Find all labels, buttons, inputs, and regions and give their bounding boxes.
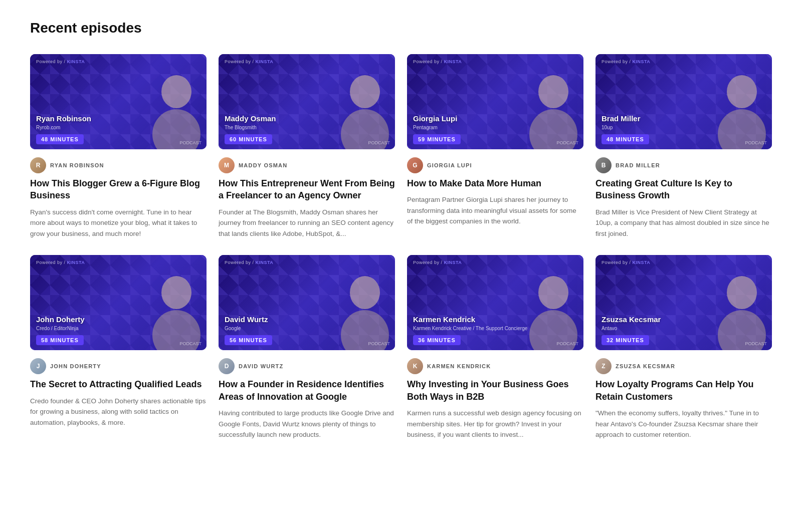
episode-card-david-wurtz[interactable]: Powered by / KINSTA David Wurtz Google 5… bbox=[219, 255, 395, 440]
thumbnail-photo bbox=[330, 262, 395, 350]
thumbnail-person-name: John Doherty bbox=[36, 315, 85, 324]
podcast-label: PODCAST bbox=[179, 341, 202, 346]
author-name: GIORGIA LUPI bbox=[427, 162, 472, 168]
podcast-label: PODCAST bbox=[368, 140, 390, 145]
author-avatar: J bbox=[30, 358, 46, 374]
author-avatar: R bbox=[30, 157, 46, 173]
thumbnail-person-sub: Credo / EditorNinja bbox=[36, 326, 78, 331]
episode-card-john-doherty[interactable]: Powered by / KINSTA John Doherty Credo /… bbox=[30, 255, 207, 440]
episode-author: K KARMEN KENDRICK bbox=[407, 358, 583, 374]
powered-by: Powered by / KINSTA bbox=[36, 260, 85, 265]
svg-point-2 bbox=[350, 75, 380, 108]
episode-author: D DAVID WURTZ bbox=[219, 358, 395, 374]
thumbnail-person-sub: 10up bbox=[602, 125, 613, 130]
podcast-label: PODCAST bbox=[745, 140, 767, 145]
episode-thumbnail: Powered by / KINSTA Zsuzsa Kecsmar Antav… bbox=[595, 255, 772, 350]
episode-title[interactable]: How This Blogger Grew a 6-Figure Blog Bu… bbox=[30, 177, 207, 202]
episode-title[interactable]: How to Make Data More Human bbox=[407, 177, 583, 189]
author-name: BRAD MILLER bbox=[616, 162, 660, 168]
thumbnail-person-sub: Google bbox=[225, 326, 241, 331]
episode-thumbnail: Powered by / KINSTA John Doherty Credo /… bbox=[30, 255, 207, 350]
thumbnail-photo bbox=[330, 62, 395, 149]
episode-author: B BRAD MILLER bbox=[595, 157, 772, 173]
author-avatar: G bbox=[407, 157, 423, 173]
thumbnail-photo bbox=[518, 262, 583, 350]
duration-badge: 48 MINUTES bbox=[36, 134, 84, 144]
author-avatar: D bbox=[219, 358, 235, 374]
episode-thumbnail: Powered by / KINSTA Brad Miller 10up 48 … bbox=[595, 54, 772, 149]
episode-author: J JOHN DOHERTY bbox=[30, 358, 207, 374]
svg-point-8 bbox=[161, 276, 191, 309]
author-avatar: Z bbox=[595, 358, 612, 374]
episode-description: Karmen runs a successful web design agen… bbox=[407, 408, 583, 440]
thumbnail-person-sub: Pentagram bbox=[413, 125, 438, 130]
episode-title[interactable]: Creating Great Culture Is Key to Busines… bbox=[595, 177, 772, 202]
episode-description: Ryan's success didn't come overnight. Tu… bbox=[30, 207, 207, 239]
podcast-label: PODCAST bbox=[368, 341, 390, 346]
episode-title[interactable]: Why Investing in Your Business Goes Both… bbox=[407, 378, 583, 403]
episode-description: Brad Miller is Vice President of New Cli… bbox=[595, 207, 772, 239]
duration-badge: 48 MINUTES bbox=[602, 134, 649, 144]
powered-by: Powered by / KINSTA bbox=[36, 59, 85, 64]
thumbnail-photo bbox=[707, 262, 772, 350]
thumbnail-person-name: Karmen Kendrick bbox=[413, 315, 475, 324]
powered-by: Powered by / KINSTA bbox=[602, 260, 650, 265]
podcast-label: PODCAST bbox=[179, 140, 202, 145]
episode-author: Z ZSUZSA KECSMAR bbox=[595, 358, 772, 374]
episode-author: R RYAN ROBINSON bbox=[30, 157, 207, 173]
thumbnail-person-name: Giorgia Lupi bbox=[413, 114, 457, 123]
author-name: RYAN ROBINSON bbox=[50, 162, 104, 168]
thumbnail-person-name: Brad Miller bbox=[602, 114, 641, 123]
episode-card-brad-miller[interactable]: Powered by / KINSTA Brad Miller 10up 48 … bbox=[595, 54, 772, 239]
episode-thumbnail: Powered by / KINSTA Maddy Osman The Blog… bbox=[219, 54, 395, 149]
author-avatar: K bbox=[407, 358, 423, 374]
svg-point-4 bbox=[538, 75, 568, 108]
duration-badge: 36 MINUTES bbox=[413, 335, 461, 345]
thumbnail-photo bbox=[141, 262, 207, 350]
thumbnail-photo bbox=[518, 62, 583, 149]
powered-by: Powered by / KINSTA bbox=[413, 59, 462, 64]
episode-title[interactable]: The Secret to Attracting Qualified Leads bbox=[30, 378, 207, 390]
podcast-label: PODCAST bbox=[556, 140, 578, 145]
thumbnail-photo bbox=[141, 62, 207, 149]
svg-point-10 bbox=[350, 276, 380, 309]
author-name: JOHN DOHERTY bbox=[50, 363, 101, 369]
episode-card-zsuzsa-kecsmar[interactable]: Powered by / KINSTA Zsuzsa Kecsmar Antav… bbox=[595, 255, 772, 440]
episode-card-maddy-osman[interactable]: Powered by / KINSTA Maddy Osman The Blog… bbox=[219, 54, 395, 239]
episode-card-ryan-robinson[interactable]: Powered by / KINSTA Ryan Robinson Ryrob.… bbox=[30, 54, 207, 239]
thumbnail-person-name: Zsuzsa Kecsmar bbox=[602, 315, 661, 324]
episode-thumbnail: Powered by / KINSTA Karmen Kendrick Karm… bbox=[407, 255, 583, 350]
thumbnail-person-name: David Wurtz bbox=[225, 315, 268, 324]
duration-badge: 58 MINUTES bbox=[36, 335, 84, 345]
author-name: DAVID WURTZ bbox=[239, 363, 283, 369]
podcast-label: PODCAST bbox=[745, 341, 767, 346]
podcast-label: PODCAST bbox=[556, 341, 578, 346]
episode-title[interactable]: How This Entrepreneur Went From Being a … bbox=[219, 177, 395, 202]
thumbnail-photo bbox=[707, 62, 772, 149]
episode-description: Having contributed to large products lik… bbox=[219, 408, 395, 440]
author-avatar: M bbox=[219, 157, 235, 173]
episode-description: "When the economy suffers, loyalty thriv… bbox=[595, 408, 772, 440]
thumbnail-person-name: Maddy Osman bbox=[225, 114, 276, 123]
svg-point-12 bbox=[538, 276, 568, 309]
episode-card-karmen-kendrick[interactable]: Powered by / KINSTA Karmen Kendrick Karm… bbox=[407, 255, 583, 440]
episode-author: M MADDY OSMAN bbox=[219, 157, 395, 173]
duration-badge: 59 MINUTES bbox=[413, 134, 461, 144]
thumbnail-person-sub: Ryrob.com bbox=[36, 125, 60, 130]
episode-author: G GIORGIA LUPI bbox=[407, 157, 583, 173]
episode-title[interactable]: How a Founder in Residence Identifies Ar… bbox=[219, 378, 395, 403]
author-avatar: B bbox=[595, 157, 612, 173]
author-name: MADDY OSMAN bbox=[239, 162, 287, 168]
author-name: KARMEN KENDRICK bbox=[427, 363, 491, 369]
episodes-grid: Powered by / KINSTA Ryan Robinson Ryrob.… bbox=[30, 54, 772, 440]
episode-description: Pentagram Partner Giorgia Lupi shares he… bbox=[407, 194, 583, 227]
episode-card-giorgia-lupi[interactable]: Powered by / KINSTA Giorgia Lupi Pentagr… bbox=[407, 54, 583, 239]
episode-thumbnail: Powered by / KINSTA Ryan Robinson Ryrob.… bbox=[30, 54, 207, 149]
powered-by: Powered by / KINSTA bbox=[225, 59, 273, 64]
author-name: ZSUZSA KECSMAR bbox=[616, 363, 675, 369]
episode-description: Founder at The Blogsmith, Maddy Osman sh… bbox=[219, 207, 395, 239]
duration-badge: 60 MINUTES bbox=[225, 134, 272, 144]
episode-description: Credo founder & CEO John Doherty shares … bbox=[30, 396, 207, 428]
episode-title[interactable]: How Loyalty Programs Can Help You Retain… bbox=[595, 378, 772, 403]
thumbnail-person-sub: Karmen Kendrick Creative / The Support C… bbox=[413, 326, 527, 331]
